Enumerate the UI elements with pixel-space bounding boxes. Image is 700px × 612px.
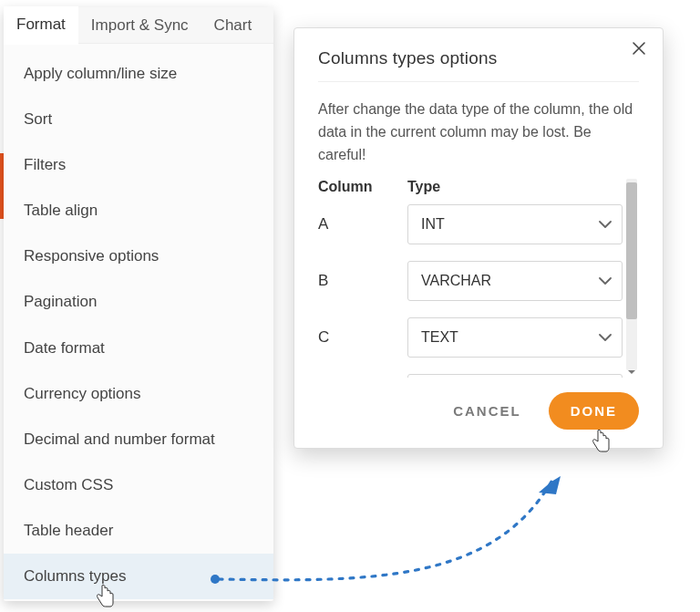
menu-item-filters[interactable]: Filters	[4, 142, 273, 188]
scrollbar-down-arrow-icon[interactable]	[626, 367, 637, 378]
menu-item-label: Columns types	[24, 567, 126, 585]
menu-item-label: Date format	[24, 339, 105, 357]
header-column-label: Column	[318, 179, 407, 195]
column-row: B VARCHAR	[318, 261, 623, 301]
menu-item-label: Pagination	[24, 293, 97, 310]
tab-import-sync[interactable]: Import & Sync	[78, 7, 201, 44]
menu-item-label: Table align	[24, 202, 98, 219]
tab-chart[interactable]: Chart	[201, 7, 265, 44]
scrollbar-thumb[interactable]	[626, 182, 637, 319]
menu-item-custom-css[interactable]: Custom CSS	[4, 462, 273, 508]
menu-item-label: Decimal and number format	[24, 430, 215, 448]
menu-item-table-align[interactable]: Table align	[4, 188, 273, 233]
dialog-actions: CANCEL DONE	[318, 392, 639, 430]
tab-label: Chart	[214, 16, 252, 34]
column-name: A	[318, 215, 407, 233]
cancel-button[interactable]: CANCEL	[448, 402, 527, 420]
format-menu-panel: Format Import & Sync Chart Apply column/…	[4, 7, 273, 601]
menu-item-label: Sort	[24, 110, 52, 128]
menu-item-label: Responsive options	[24, 247, 159, 265]
column-row: A INT	[318, 204, 623, 244]
column-type-select[interactable]: INT	[407, 204, 623, 244]
tab-strip: Format Import & Sync Chart	[4, 7, 273, 44]
menu-item-date-format[interactable]: Date format	[4, 326, 273, 371]
close-icon	[632, 41, 646, 59]
header-type-label: Type	[407, 179, 623, 195]
dialog-warning-text: After change the data type of the column…	[318, 99, 639, 166]
menu-item-sort[interactable]: Sort	[4, 97, 273, 142]
button-label: DONE	[571, 403, 617, 419]
column-type-select[interactable]: TEXT	[407, 317, 623, 358]
menu-item-label: Currency options	[24, 385, 141, 402]
columns-header-row: Column Type	[318, 179, 623, 195]
column-name: C	[318, 328, 407, 347]
columns-list-area: Column Type A INT B VARCHAR	[318, 179, 639, 378]
select-value: INT	[421, 216, 445, 233]
menu-item-pagination[interactable]: Pagination	[4, 279, 273, 325]
format-menu-items: Apply column/line size Sort Filters Tabl…	[4, 44, 273, 601]
menu-item-label: Apply column/line size	[24, 65, 177, 82]
menu-item-label: Filters	[24, 156, 66, 173]
menu-item-currency-options[interactable]: Currency options	[4, 371, 273, 417]
column-type-select[interactable]: TEXT	[407, 374, 623, 378]
dialog-title: Columns types options	[318, 48, 639, 82]
column-name: B	[318, 272, 407, 290]
menu-item-apply-column-line-size[interactable]: Apply column/line size	[4, 51, 273, 97]
done-button[interactable]: DONE	[549, 392, 639, 430]
column-row: C TEXT	[318, 317, 623, 358]
menu-item-decimal-number-format[interactable]: Decimal and number format	[4, 417, 273, 462]
menu-item-responsive-options[interactable]: Responsive options	[4, 233, 273, 279]
tab-label: Import & Sync	[91, 16, 189, 34]
menu-item-columns-types[interactable]: Columns types	[4, 554, 273, 599]
menu-item-label: Table header	[24, 522, 113, 539]
tab-format[interactable]: Format	[4, 6, 78, 45]
button-label: CANCEL	[453, 403, 521, 419]
column-type-select[interactable]: VARCHAR	[407, 261, 623, 301]
column-row: D TEXT	[318, 374, 623, 378]
select-value: VARCHAR	[421, 273, 491, 289]
menu-item-label: Custom CSS	[24, 476, 113, 493]
tab-label: Format	[16, 16, 66, 33]
dialog-close-button[interactable]	[626, 37, 652, 63]
columns-types-dialog: Columns types options After change the d…	[293, 27, 664, 449]
menu-item-table-header[interactable]: Table header	[4, 508, 273, 554]
select-value: TEXT	[421, 329, 458, 346]
